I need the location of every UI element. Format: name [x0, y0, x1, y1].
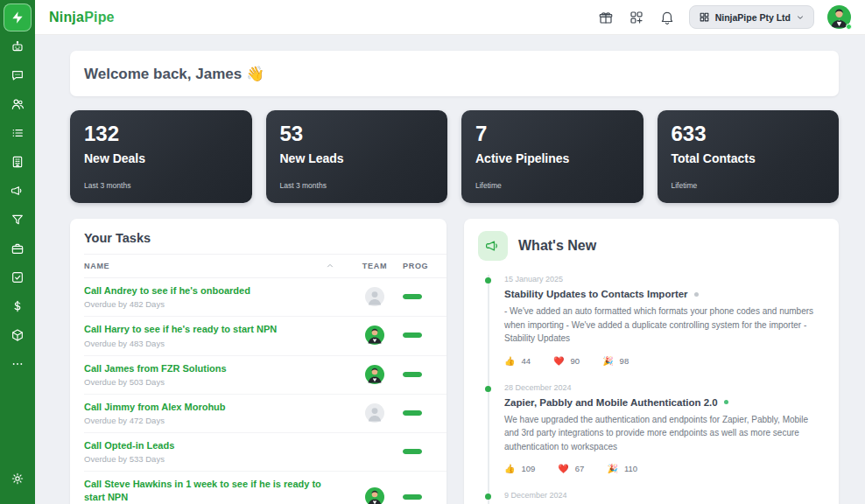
sidebar-item-tasks[interactable]: [4, 263, 32, 291]
tasks-panel: Your Tasks NAME TEAM PROG: [70, 219, 447, 504]
task-row[interactable]: Call Steve Hawkins in 1 week to see if h…: [84, 472, 447, 504]
reaction-emoji: 🎉: [602, 356, 613, 366]
app-logo[interactable]: NinjaPipe: [49, 10, 115, 25]
check-square-icon: [11, 270, 25, 284]
sidebar-item-briefcase[interactable]: [4, 234, 32, 262]
lightning-icon: [11, 10, 25, 24]
task-progress-bar: [403, 449, 422, 454]
tasks-table-header: NAME TEAM PROG: [84, 254, 447, 278]
tasks-title: Your Tasks: [84, 231, 447, 245]
sidebar-item-megaphone[interactable]: [4, 177, 32, 205]
stat-card[interactable]: 633 Total Contacts Lifetime: [658, 110, 840, 203]
notifications-button[interactable]: [658, 9, 676, 26]
whats-new-title: What's New: [518, 238, 596, 254]
bell-icon: [659, 10, 675, 25]
reaction-button[interactable]: 👍 44: [504, 356, 531, 366]
reaction-button[interactable]: ❤️ 67: [558, 464, 584, 473]
reaction-emoji: ❤️: [558, 464, 568, 473]
task-row[interactable]: Call Andrey to see if he's onboarded Ove…: [84, 278, 447, 317]
news-entry: 28 December 2024 Zapier, Pabbly and Mobi…: [504, 383, 825, 492]
entry-title[interactable]: Stability Updates to Contacts Importer: [504, 289, 825, 299]
chevron-down-icon: [796, 13, 805, 22]
entry-status-dot: [724, 400, 728, 404]
sidebar-item-lightning[interactable]: [4, 4, 32, 32]
ellipsis-icon: [11, 357, 25, 371]
reaction-button[interactable]: 🎉 110: [607, 464, 637, 473]
entry-title[interactable]: Zapier, Pabbly and Mobile Authentication…: [504, 397, 825, 408]
reaction-count: 44: [521, 356, 531, 366]
sort-caret-icon[interactable]: [326, 262, 334, 270]
reaction-count: 90: [571, 356, 580, 366]
task-row[interactable]: Call Harry to see if he's ready to start…: [84, 317, 447, 355]
entry-body: - We've added an auto formatted which fo…: [504, 304, 825, 346]
stat-card[interactable]: 53 New Leads Last 3 months: [266, 110, 448, 203]
reaction-emoji: ❤️: [553, 356, 564, 366]
workspace-selector[interactable]: NinjaPipe Pty Ltd: [689, 5, 814, 29]
sidebar-item-dollar[interactable]: [4, 292, 32, 320]
reaction-button[interactable]: 🎉 98: [602, 356, 629, 366]
task-row[interactable]: Call James from FZR Solutions Overdue by…: [84, 356, 447, 395]
chat-bubble-icon: [11, 68, 25, 82]
timeline-dot: [485, 277, 491, 284]
task-overdue: Overdue by 503 Days: [84, 377, 338, 387]
reaction-button[interactable]: ❤️ 90: [553, 356, 580, 366]
sidebar-item-users[interactable]: [4, 90, 32, 118]
stat-label: New Deals: [84, 151, 238, 165]
workspace-name: NinjaPipe Pty Ltd: [715, 12, 791, 23]
column-header-name[interactable]: NAME: [84, 262, 109, 270]
stat-period: Last 3 months: [280, 181, 434, 192]
building-icon: [11, 155, 25, 169]
apps-button[interactable]: [628, 9, 645, 26]
reaction-emoji: 🎉: [607, 464, 617, 473]
content-row: Your Tasks NAME TEAM PROG: [70, 219, 839, 504]
timeline-dot: [485, 494, 491, 500]
task-title[interactable]: Call Harry to see if he's ready to start…: [84, 323, 338, 335]
column-header-progress[interactable]: PROG: [403, 262, 447, 270]
stats-row: 132 New Deals Last 3 months 53 New Leads…: [70, 110, 839, 203]
sidebar-item-cube[interactable]: [4, 321, 32, 349]
timeline-dot: [485, 386, 491, 392]
sidebar-item-building[interactable]: [4, 148, 32, 176]
dollar-icon: [11, 299, 25, 313]
task-title[interactable]: Call Jimmy from Alex Morohub: [84, 401, 338, 413]
task-title[interactable]: Call James from FZR Solutions: [84, 362, 338, 374]
gift-button[interactable]: [597, 9, 615, 26]
task-overdue: Overdue by 482 Days: [84, 299, 338, 309]
sidebar-item-list[interactable]: [4, 119, 32, 147]
task-title[interactable]: Call Steve Hawkins in 1 week to see if h…: [84, 478, 338, 503]
whats-new-icon-tile: [478, 231, 508, 261]
logo-text-bold: Ninja: [49, 10, 84, 24]
column-header-team[interactable]: TEAM: [347, 262, 403, 270]
task-progress-bar: [403, 410, 422, 416]
stat-card[interactable]: 132 New Deals Last 3 months: [70, 110, 252, 203]
stat-value: 7: [475, 122, 629, 146]
reaction-count: 67: [575, 464, 585, 473]
task-title[interactable]: Call Andrey to see if he's onboarded: [84, 284, 338, 297]
robot-icon: [11, 39, 25, 53]
reaction-button[interactable]: 👍 109: [504, 464, 535, 473]
sidebar-item-settings[interactable]: [4, 465, 32, 493]
stat-period: Lifetime: [672, 181, 826, 192]
stat-period: Lifetime: [475, 181, 629, 192]
stat-value: 53: [280, 122, 434, 146]
sidebar-item-more[interactable]: [4, 350, 32, 378]
task-row[interactable]: Call Jimmy from Alex Morohub Overdue by …: [84, 395, 447, 433]
workspace-grid-icon: [699, 11, 710, 23]
assignee-avatar-photo: [365, 487, 384, 504]
task-row[interactable]: Call Opted-in Leads Overdue by 533 Days: [84, 433, 447, 472]
sidebar-item-funnel[interactable]: [4, 206, 32, 234]
task-overdue: Overdue by 483 Days: [84, 339, 338, 348]
sidebar-item-robot[interactable]: [4, 32, 32, 60]
user-avatar[interactable]: [827, 5, 851, 29]
briefcase-icon: [11, 242, 25, 256]
reaction-emoji: 👍: [504, 464, 515, 473]
task-title[interactable]: Call Opted-in Leads: [84, 439, 338, 452]
news-entry: 9 December 2024: [504, 491, 825, 504]
whats-new-panel: What's New 15 January 2025 Stability Upd…: [464, 219, 839, 504]
gift-icon: [598, 10, 614, 25]
sidebar-item-chat[interactable]: [4, 61, 32, 89]
task-progress-bar: [403, 372, 422, 377]
stat-label: New Leads: [280, 151, 434, 165]
stat-card[interactable]: 7 Active Pipelines Lifetime: [461, 110, 643, 203]
megaphone-icon: [485, 238, 501, 254]
